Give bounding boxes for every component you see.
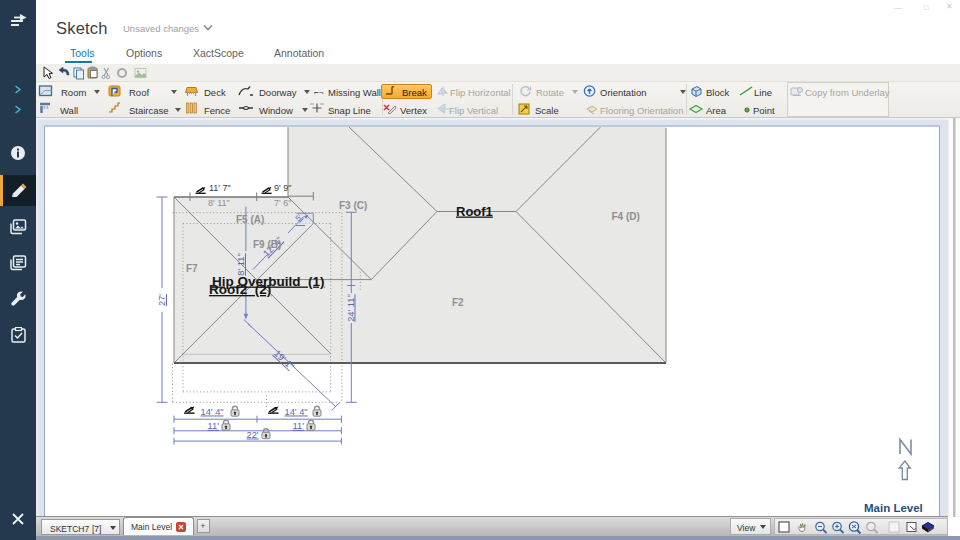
svg-text:F4 (D): F4 (D) xyxy=(612,211,640,222)
svg-text:22': 22' xyxy=(247,430,259,440)
svg-text:7' 6": 7' 6" xyxy=(274,198,291,208)
svg-text:Main Level: Main Level xyxy=(864,502,923,514)
svg-text:Roof2 (2): Roof2 (2) xyxy=(209,282,271,297)
svg-text:F3 (C): F3 (C) xyxy=(339,200,367,211)
svg-text:8' 11": 8' 11" xyxy=(208,198,230,208)
svg-text:14' 4": 14' 4" xyxy=(201,407,224,417)
svg-text:11': 11' xyxy=(208,421,220,431)
svg-text:9' 9": 9' 9" xyxy=(274,183,291,193)
svg-text:11': 11' xyxy=(293,421,305,431)
svg-text:⌐¬: ⌐¬ xyxy=(314,88,324,97)
svg-text:F2: F2 xyxy=(452,297,464,308)
svg-text:27': 27' xyxy=(157,294,167,306)
svg-text:11' 7": 11' 7" xyxy=(209,183,231,193)
svg-text:F5 (A): F5 (A) xyxy=(236,214,264,225)
svg-text:14' 4": 14' 4" xyxy=(285,407,308,417)
svg-text:F7: F7 xyxy=(186,263,198,274)
svg-text:24' 11": 24' 11" xyxy=(346,294,356,322)
svg-text:8' 11": 8' 11" xyxy=(236,253,246,275)
svg-text:Roof1: Roof1 xyxy=(456,204,493,219)
svg-text:F9 (B): F9 (B) xyxy=(253,239,281,250)
